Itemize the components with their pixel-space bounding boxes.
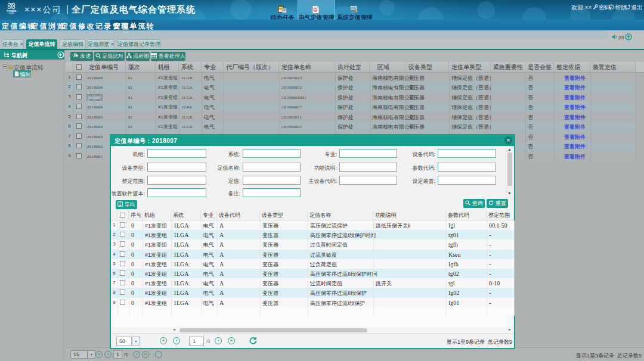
svg-text:?: ? — [611, 5, 613, 9]
svg-text:CNNP: CNNP — [8, 13, 15, 15]
svg-text:中国核电: 中国核电 — [7, 10, 17, 13]
